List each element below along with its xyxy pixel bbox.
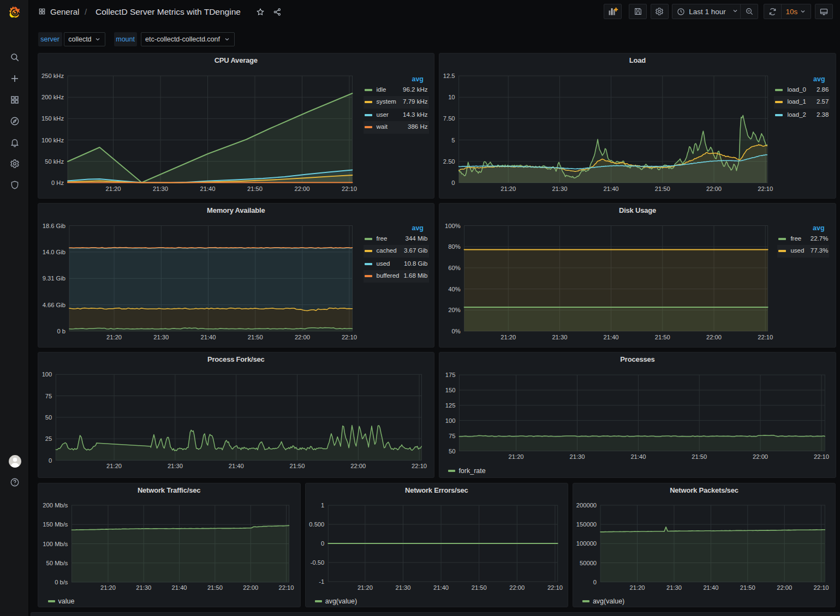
svg-text:21:30: 21:30: [167, 462, 182, 469]
svg-text:150 kHz: 150 kHz: [41, 115, 63, 122]
svg-text:21:40: 21:40: [228, 462, 243, 469]
svg-text:0 b/s: 0 b/s: [55, 579, 68, 585]
svg-text:21:40: 21:40: [703, 584, 718, 591]
svg-text:50000: 50000: [580, 559, 597, 566]
svg-text:100: 100: [41, 371, 52, 378]
svg-text:21:50: 21:50: [207, 584, 222, 591]
svg-text:21:50: 21:50: [289, 462, 305, 469]
svg-text:22:10: 22:10: [813, 584, 829, 591]
svg-text:22:00: 22:00: [706, 186, 722, 192]
svg-text:20%: 20%: [449, 307, 461, 313]
svg-text:21:30: 21:30: [153, 334, 169, 340]
svg-text:0: 0: [593, 578, 597, 585]
svg-text:21:20: 21:20: [501, 186, 516, 192]
svg-text:7.50: 7.50: [443, 115, 455, 122]
svg-text:0.500: 0.500: [309, 521, 324, 528]
svg-text:21:40: 21:40: [433, 584, 449, 591]
svg-text:100 kHz: 100 kHz: [41, 137, 63, 143]
svg-text:4.66 Gib: 4.66 Gib: [42, 301, 65, 308]
svg-text:21:50: 21:50: [247, 186, 263, 192]
svg-text:-1: -1: [319, 578, 324, 585]
svg-text:22:00: 22:00: [294, 186, 309, 192]
svg-text:9.31 Gib: 9.31 Gib: [42, 275, 65, 282]
svg-text:21:30: 21:30: [552, 334, 568, 340]
svg-text:22:10: 22:10: [547, 584, 563, 591]
svg-text:21:50: 21:50: [655, 186, 670, 192]
svg-text:18.6 Gib: 18.6 Gib: [42, 222, 65, 229]
svg-text:80%: 80%: [449, 243, 461, 250]
svg-text:250 kHz: 250 kHz: [41, 73, 63, 79]
svg-text:21:20: 21:20: [358, 584, 373, 591]
svg-text:200 kHz: 200 kHz: [41, 94, 63, 100]
svg-text:21:20: 21:20: [501, 334, 516, 340]
svg-text:21:20: 21:20: [105, 186, 121, 192]
svg-text:21:50: 21:50: [740, 584, 755, 591]
svg-text:21:20: 21:20: [629, 584, 645, 591]
svg-text:150: 150: [445, 387, 456, 393]
svg-text:22:10: 22:10: [758, 186, 773, 192]
svg-text:0: 0: [49, 457, 52, 463]
svg-text:21:40: 21:40: [200, 186, 215, 192]
svg-text:75: 75: [449, 432, 455, 439]
svg-text:100000: 100000: [576, 540, 597, 547]
svg-text:22:10: 22:10: [412, 462, 427, 469]
svg-text:21:20: 21:20: [100, 584, 116, 591]
svg-text:22:10: 22:10: [342, 186, 357, 192]
svg-text:21:30: 21:30: [666, 584, 682, 591]
svg-text:2.50: 2.50: [443, 158, 455, 165]
svg-text:22:10: 22:10: [341, 334, 356, 340]
svg-text:21:20: 21:20: [106, 462, 122, 469]
svg-text:100: 100: [445, 417, 456, 423]
svg-text:50: 50: [45, 414, 51, 420]
svg-text:1: 1: [321, 502, 324, 509]
svg-text:22:00: 22:00: [777, 584, 792, 591]
svg-text:22:10: 22:10: [814, 453, 829, 459]
svg-text:22:00: 22:00: [350, 462, 366, 469]
svg-text:75: 75: [45, 392, 51, 399]
svg-text:50: 50: [449, 447, 455, 454]
svg-text:21:30: 21:30: [570, 453, 585, 459]
svg-text:50 Mb/s: 50 Mb/s: [46, 559, 68, 566]
svg-text:22:00: 22:00: [753, 453, 768, 459]
svg-text:10: 10: [449, 94, 455, 100]
svg-text:21:30: 21:30: [395, 584, 410, 591]
svg-text:125: 125: [445, 402, 456, 408]
svg-text:21:40: 21:40: [604, 186, 619, 192]
svg-text:150 Mb/s: 150 Mb/s: [43, 521, 68, 528]
svg-text:0 b: 0 b: [57, 328, 65, 334]
svg-text:0: 0: [452, 180, 455, 186]
svg-text:200000: 200000: [576, 501, 597, 508]
svg-text:21:50: 21:50: [247, 334, 263, 340]
svg-text:22:00: 22:00: [509, 584, 525, 591]
svg-text:0%: 0%: [452, 328, 461, 334]
svg-text:21:50: 21:50: [692, 453, 707, 459]
svg-text:100%: 100%: [445, 222, 461, 229]
svg-text:22:00: 22:00: [706, 334, 722, 340]
svg-text:150000: 150000: [576, 521, 597, 528]
svg-text:5: 5: [452, 137, 455, 143]
svg-text:60%: 60%: [449, 264, 461, 271]
svg-text:22:10: 22:10: [278, 584, 294, 591]
svg-text:21:50: 21:50: [471, 584, 486, 591]
svg-text:21:30: 21:30: [136, 584, 151, 591]
svg-text:21:20: 21:20: [106, 334, 122, 340]
svg-text:21:40: 21:40: [171, 584, 187, 591]
svg-text:0: 0: [321, 540, 324, 547]
svg-text:200 Mb/s: 200 Mb/s: [43, 502, 68, 509]
svg-text:25: 25: [45, 435, 51, 442]
svg-text:21:40: 21:40: [631, 453, 646, 459]
svg-text:100 Mb/s: 100 Mb/s: [43, 540, 68, 547]
svg-text:21:30: 21:30: [153, 186, 168, 192]
svg-text:21:30: 21:30: [552, 186, 568, 192]
svg-text:12.5: 12.5: [443, 73, 455, 79]
svg-text:21:20: 21:20: [509, 453, 524, 459]
svg-text:22:00: 22:00: [294, 334, 309, 340]
svg-text:14.0 Gib: 14.0 Gib: [42, 248, 65, 255]
svg-text:21:40: 21:40: [604, 334, 619, 340]
svg-text:21:40: 21:40: [200, 334, 216, 340]
svg-text:0 Hz: 0 Hz: [51, 180, 63, 186]
svg-text:-0.50: -0.50: [310, 559, 324, 566]
svg-text:175: 175: [445, 372, 456, 378]
svg-text:40%: 40%: [449, 285, 461, 292]
svg-text:21:50: 21:50: [655, 334, 670, 340]
